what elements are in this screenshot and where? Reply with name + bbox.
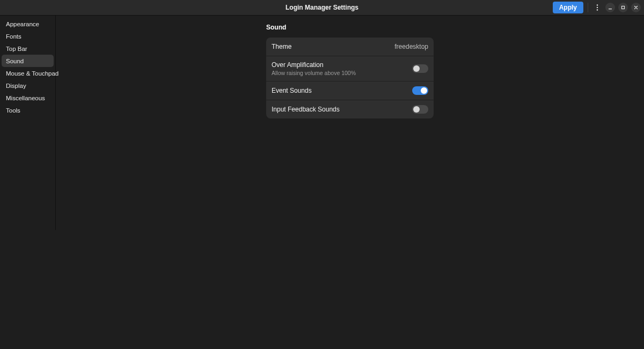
minimize-button[interactable]	[605, 3, 615, 12]
row-event-sounds: Event Sounds	[266, 81, 434, 100]
over-amplification-switch[interactable]	[412, 64, 428, 73]
row-event-sounds-label: Event Sounds	[272, 87, 312, 94]
sidebar-item-fonts[interactable]: Fonts	[2, 30, 54, 42]
row-over-amplification: Over Amplification Allow raising volume …	[266, 56, 434, 81]
headerbar: Login Manager Settings Apply	[0, 0, 644, 16]
row-over-amp-sublabel: Allow raising volume above 100%	[272, 70, 356, 76]
kebab-icon	[595, 4, 600, 11]
svg-point-2	[597, 9, 598, 10]
settings-list: Theme freedesktop Over Amplification All…	[266, 38, 434, 118]
sidebar-item-display[interactable]: Display	[2, 79, 54, 92]
svg-rect-3	[609, 9, 612, 9]
maximize-button[interactable]	[618, 3, 628, 12]
layout: Appearance Fonts Top Bar Sound Mouse & T…	[0, 16, 644, 349]
svg-point-1	[597, 7, 598, 8]
close-button[interactable]	[631, 3, 641, 12]
input-feedback-switch[interactable]	[412, 105, 428, 114]
apply-button[interactable]: Apply	[553, 2, 583, 13]
row-theme-value: freedesktop	[394, 43, 428, 50]
header-separator	[588, 3, 588, 12]
svg-rect-4	[622, 6, 625, 9]
menu-button[interactable]	[592, 3, 602, 12]
headerbar-controls: Apply	[553, 0, 644, 15]
panel-title: Sound	[266, 24, 434, 31]
minimize-icon	[608, 5, 613, 10]
sidebar-item-sound[interactable]: Sound	[2, 55, 54, 67]
row-over-amp-text: Over Amplification Allow raising volume …	[272, 61, 356, 76]
sidebar: Appearance Fonts Top Bar Sound Mouse & T…	[0, 16, 56, 230]
close-icon	[633, 5, 639, 10]
row-over-amp-label: Over Amplification	[272, 61, 356, 69]
sidebar-item-appearance[interactable]: Appearance	[2, 18, 54, 30]
row-theme[interactable]: Theme freedesktop	[266, 38, 434, 56]
svg-point-0	[597, 4, 598, 5]
window-title: Login Manager Settings	[0, 4, 644, 11]
sound-panel: Sound Theme freedesktop Over Amplificati…	[266, 24, 434, 118]
sidebar-item-tools[interactable]: Tools	[2, 104, 54, 116]
sidebar-item-mouse-touchpad[interactable]: Mouse & Touchpad	[2, 67, 54, 79]
maximize-icon	[620, 5, 626, 10]
sidebar-item-miscellaneous[interactable]: Miscellaneous	[2, 92, 54, 104]
sidebar-item-top-bar[interactable]: Top Bar	[2, 42, 54, 55]
row-input-feedback-label: Input Feedback Sounds	[272, 106, 340, 113]
row-theme-label: Theme	[272, 43, 291, 50]
event-sounds-switch[interactable]	[412, 86, 428, 95]
row-input-feedback: Input Feedback Sounds	[266, 100, 434, 118]
content-area: Sound Theme freedesktop Over Amplificati…	[56, 16, 644, 349]
